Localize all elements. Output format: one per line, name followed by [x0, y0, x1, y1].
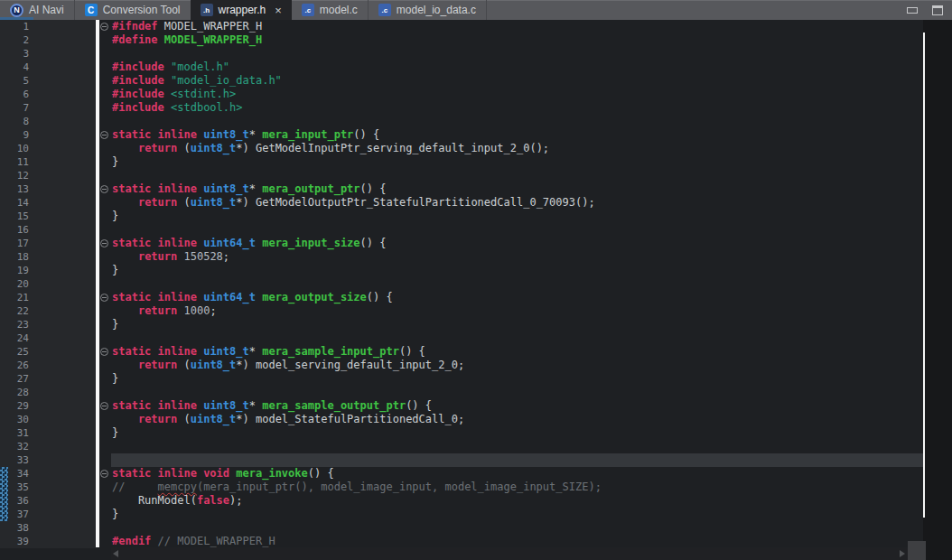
code-token: () {: [399, 345, 425, 358]
line-number: 17: [0, 237, 29, 250]
line-number: 30: [0, 413, 29, 426]
c-square-icon: C: [85, 4, 98, 16]
code-token: static inline: [112, 399, 203, 412]
code-editor[interactable]: 1234567891011121314151617181920212223242…: [0, 20, 952, 560]
code-token: return: [138, 196, 177, 209]
code-line: [111, 521, 923, 535]
vertical-scrollbar-thumb[interactable]: [923, 33, 925, 518]
n-circle-icon: N: [10, 4, 23, 17]
line-number: 16: [0, 223, 29, 237]
code-line: #include "model.h": [111, 61, 923, 74]
code-token: uint8_t: [203, 128, 249, 141]
code-line: }: [111, 210, 923, 223]
code-token: (mera_input_ptr(), model_image_input, mo…: [197, 481, 602, 493]
code-token: static inline: [112, 345, 203, 358]
line-number: 9: [0, 128, 29, 142]
code-line: // memcpy(mera_input_ptr(), model_image_…: [111, 481, 923, 494]
tab-wrapper.h[interactable]: .hwrapper.h×: [191, 0, 292, 20]
code-token: *) model_serving_default_input_2_0;: [236, 359, 464, 371]
code-token: uint8_t: [191, 413, 237, 425]
code-line: static inline uint8_t* mera_sample_input…: [111, 345, 923, 359]
code-token: return: [138, 413, 177, 425]
code-token: RunModel(: [112, 494, 197, 507]
code-line: [111, 115, 923, 128]
code-token: return: [138, 304, 177, 317]
code-token: *) GetModelOutputPtr_StatefulPartitioned…: [236, 196, 594, 209]
line-number: 23: [0, 318, 29, 331]
code-token: mera_sample_output_ptr: [262, 399, 406, 412]
code-token: }: [112, 318, 118, 331]
code-token: }: [112, 264, 118, 276]
code-token: *: [249, 399, 262, 412]
code-token: [177, 304, 183, 317]
code-token: () {: [308, 467, 334, 480]
code-line: }: [111, 318, 923, 331]
code-token: [112, 142, 138, 154]
tab-model.c[interactable]: .cmodel.c: [292, 0, 368, 20]
fold-collapse-icon[interactable]: [100, 131, 108, 139]
code-line: }: [111, 426, 923, 440]
line-number: 27: [0, 372, 29, 386]
code-token: (: [177, 196, 190, 209]
code-token: static inline void: [112, 467, 236, 480]
code-area[interactable]: #ifndef MODEL_WRAPPER_H#define MODEL_WRA…: [111, 20, 923, 548]
fold-collapse-icon[interactable]: [100, 470, 108, 478]
code-token: mera_input_size: [262, 237, 359, 249]
fold-collapse-icon[interactable]: [100, 185, 108, 193]
code-line: return (uint8_t*) model_serving_default_…: [111, 359, 923, 372]
code-token: #include: [112, 74, 164, 87]
minimize-icon[interactable]: [907, 7, 918, 14]
code-token: #include: [112, 61, 164, 73]
code-token: }: [112, 426, 118, 439]
line-number: 25: [0, 345, 29, 359]
line-number: 19: [0, 264, 29, 277]
code-line: }: [111, 155, 923, 169]
code-token: memcpy: [158, 481, 197, 493]
line-number: 1: [0, 20, 29, 33]
code-line: #include "model_io_data.h": [111, 74, 923, 88]
code-token: () {: [367, 291, 393, 303]
fold-collapse-icon[interactable]: [100, 239, 108, 247]
fold-collapse-icon[interactable]: [100, 294, 108, 302]
code-token: [112, 250, 138, 263]
code-line: [111, 386, 923, 399]
code-token: static inline: [112, 291, 203, 303]
window-controls: [907, 0, 943, 20]
line-number: 22: [0, 304, 29, 318]
line-number: 38: [0, 521, 29, 535]
code-token: [177, 250, 183, 263]
code-line: [111, 223, 923, 237]
vertical-scrollbar[interactable]: [923, 20, 952, 560]
maximize-icon[interactable]: [932, 5, 943, 15]
code-token: false: [197, 494, 229, 507]
line-number: 26: [0, 359, 29, 372]
code-token: static inline: [112, 237, 203, 249]
code-token: [112, 413, 138, 425]
code-line: static inline uint8_t* mera_input_ptr() …: [111, 128, 923, 142]
tab-label: wrapper.h: [219, 4, 266, 16]
code-token: 150528: [184, 250, 223, 263]
file-c-icon: .c: [378, 4, 391, 16]
fold-collapse-icon[interactable]: [100, 402, 108, 410]
code-token: *) GetModelInputPtr_serving_default_inpu…: [236, 142, 549, 154]
file-c-icon: .c: [302, 4, 314, 16]
line-number: 5: [0, 74, 29, 88]
code-line: }: [111, 508, 923, 521]
code-token: // MODEL_WRAPPER_H: [151, 535, 275, 547]
fold-collapse-icon[interactable]: [100, 348, 108, 356]
fold-collapse-icon[interactable]: [100, 23, 108, 31]
tab-model-io-data.c[interactable]: .cmodel_io_data.c: [368, 0, 487, 20]
code-token: }: [112, 508, 118, 520]
close-icon[interactable]: ×: [275, 5, 282, 16]
code-line: [111, 169, 923, 182]
tab-conversion-tool[interactable]: CConversion Tool: [74, 0, 191, 20]
code-token: #include: [112, 101, 164, 114]
scroll-left-arrow-icon[interactable]: [113, 550, 118, 557]
line-number: 2: [0, 33, 29, 47]
scroll-right-arrow-icon[interactable]: [900, 550, 905, 557]
code-token: static inline: [112, 182, 203, 195]
tab-label: Conversion Tool: [103, 4, 181, 16]
horizontal-scrollbar[interactable]: [111, 547, 908, 560]
code-token: static inline: [112, 128, 203, 141]
line-number: 10: [0, 142, 29, 155]
